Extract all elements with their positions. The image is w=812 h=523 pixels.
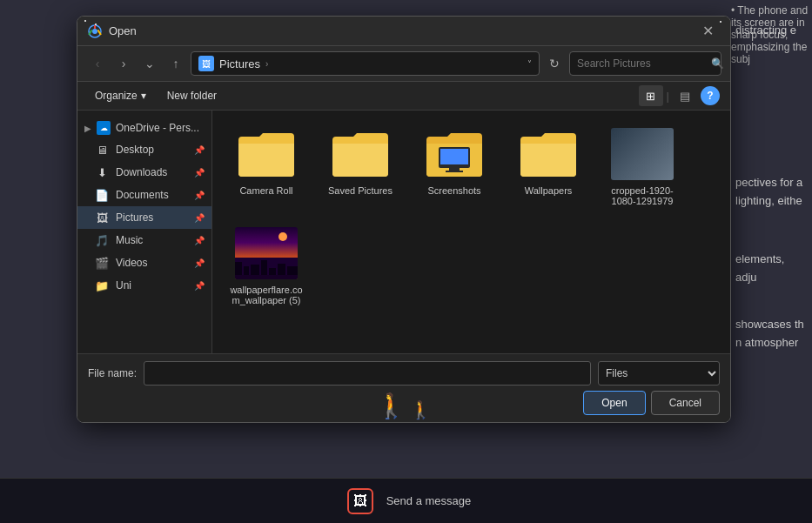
sidebar-label-downloads: Downloads: [116, 166, 167, 178]
send-message-label: Send a message: [386, 494, 472, 507]
toolbar: Organize ▾ New folder ⊞ | ▤ ?: [77, 82, 730, 111]
wallpapers-name: Wallpapers: [525, 185, 573, 196]
pin-icon-downloads: 📌: [194, 168, 205, 178]
file-item-saved-pictures[interactable]: Saved Pictures: [317, 121, 404, 213]
file-grid: Camera Roll Saved Pictures: [212, 111, 730, 353]
pictures-sidebar-icon: 🖼: [95, 211, 109, 225]
svg-rect-16: [235, 275, 298, 279]
bg-text-1: distracting e: [731, 17, 812, 44]
expand-icon: ▶: [84, 124, 91, 133]
pin-icon-music: 📌: [194, 236, 205, 245]
cropped-name: cropped-1920-1080-1291979: [604, 185, 681, 206]
help-button[interactable]: ?: [701, 86, 720, 105]
music-icon: 🎵: [95, 233, 109, 247]
bg-text-4: showcases thn atmospher: [731, 312, 812, 357]
sidebar-label-videos: Videos: [116, 257, 147, 269]
address-path: Pictures: [219, 57, 260, 70]
camera-roll-name: Camera Roll: [239, 185, 292, 196]
search-icon: 🔍: [711, 57, 724, 70]
file-item-camera-roll[interactable]: Camera Roll: [223, 121, 310, 213]
list-view-button[interactable]: ▤: [673, 85, 697, 106]
address-dropdown-arrow: ˅: [527, 59, 532, 69]
close-button[interactable]: ✕: [695, 19, 720, 44]
pin-icon-pictures: 📌: [194, 213, 205, 223]
organize-label: Organize: [95, 90, 138, 102]
file-item-cropped[interactable]: 🚶 🚶 cropped-1920-1080-1291979: [599, 121, 686, 213]
address-bar[interactable]: 🖼 Pictures › ˅: [191, 51, 540, 76]
screenshots-name: Screenshots: [427, 185, 480, 196]
taskbar-image-item[interactable]: 🖼: [341, 482, 379, 520]
file-name-label: File name:: [88, 367, 137, 379]
dropdown-button[interactable]: ⌄: [138, 52, 161, 75]
address-arrow: ›: [265, 59, 268, 69]
search-bar[interactable]: 🔍: [569, 51, 721, 76]
refresh-button[interactable]: ↻: [543, 52, 566, 75]
sidebar-item-music[interactable]: 🎵 Music 📌: [77, 229, 211, 251]
pin-icon-documents: 📌: [194, 191, 205, 200]
organize-arrow: ▾: [141, 90, 146, 102]
svg-rect-6: [440, 149, 468, 164]
uni-icon: 📁: [95, 278, 109, 292]
taskbar-image-icon-box: 🖼: [347, 488, 373, 514]
pin-icon-desktop: 📌: [194, 145, 205, 155]
file-item-wallpapers[interactable]: Wallpapers: [505, 121, 592, 213]
onedrive-label: OneDrive - Pers...: [116, 122, 199, 134]
sidebar-label-uni: Uni: [116, 279, 131, 292]
sidebar-item-documents[interactable]: 📄 Documents 📌: [77, 184, 211, 206]
file-name-row: File name: Files Image Files All Files: [88, 361, 720, 386]
sidebar-label-desktop: Desktop: [116, 144, 154, 156]
camera-roll-folder-icon: [235, 128, 298, 180]
documents-icon: 📄: [95, 188, 109, 202]
sidebar-label-pictures: Pictures: [116, 211, 153, 224]
sidebar-label-documents: Documents: [116, 189, 169, 201]
file-item-wallpaperflare[interactable]: wallpaperflare.com_wallpaper (5): [223, 220, 310, 312]
svg-rect-7: [449, 168, 460, 171]
sidebar-item-desktop[interactable]: 🖥 Desktop 📌: [77, 138, 211, 161]
desktop-icon: 🖥: [95, 143, 109, 157]
title-bar: Open ✕: [77, 17, 730, 46]
onedrive-icon: ☁: [97, 121, 111, 135]
bg-text-2: pectives for alighting, eithe: [731, 170, 812, 215]
title-bar-left: Open: [88, 24, 137, 38]
pictures-icon: 🖼: [198, 56, 214, 71]
videos-icon: 🎬: [95, 256, 109, 270]
wallpaperflare-thumbnail: [235, 227, 298, 279]
file-item-screenshots[interactable]: Screenshots: [411, 121, 498, 213]
file-name-input[interactable]: [144, 361, 591, 386]
nav-bar: ‹ › ⌄ ↑ 🖼 Pictures › ˅ ↻ 🔍: [77, 46, 730, 82]
view-buttons: ⊞ | ▤ ?: [639, 85, 720, 106]
open-button[interactable]: Open: [583, 391, 645, 415]
sidebar-item-pictures[interactable]: 🖼 Pictures 📌: [77, 206, 211, 229]
pin-icon-videos: 📌: [194, 258, 205, 268]
saved-pictures-name: Saved Pictures: [328, 185, 393, 196]
organize-button[interactable]: Organize ▾: [88, 86, 153, 105]
sidebar: ▶ ☁ OneDrive - Pers... 🖥 Desktop 📌 ⬇ Dow…: [77, 111, 212, 353]
new-folder-button[interactable]: New folder: [160, 86, 224, 105]
sidebar-label-music: Music: [116, 234, 143, 246]
screenshots-folder-icon: [423, 128, 486, 180]
view-separator: |: [667, 90, 669, 103]
wallpapers-folder-icon: [517, 128, 580, 180]
svg-rect-8: [446, 171, 463, 172]
saved-pictures-folder-icon: [329, 128, 392, 180]
pin-icon-uni: 📌: [194, 281, 205, 291]
sidebar-item-uni[interactable]: 📁 Uni 📌: [77, 274, 211, 297]
up-button[interactable]: ↑: [164, 52, 187, 75]
downloads-icon: ⬇: [95, 165, 109, 179]
wallpaperflare-name: wallpaperflare.com_wallpaper (5): [228, 285, 305, 305]
grid-view-button[interactable]: ⊞: [639, 85, 663, 106]
sidebar-item-downloads[interactable]: ⬇ Downloads 📌: [77, 161, 211, 184]
sidebar-item-videos[interactable]: 🎬 Videos 📌: [77, 251, 211, 274]
search-input[interactable]: [577, 57, 708, 70]
file-type-select[interactable]: Files Image Files All Files: [598, 361, 720, 386]
cancel-button[interactable]: Cancel: [651, 391, 720, 415]
taskbar-image-icon: 🖼: [353, 493, 367, 509]
taskbar: 🖼 Send a message: [0, 478, 812, 523]
content-area: ▶ ☁ OneDrive - Pers... 🖥 Desktop 📌 ⬇ Dow…: [77, 111, 730, 353]
back-button[interactable]: ‹: [86, 52, 109, 75]
sidebar-group-onedrive[interactable]: ▶ ☁ OneDrive - Pers...: [77, 117, 211, 138]
forward-button[interactable]: ›: [112, 52, 135, 75]
bg-text-3: elements, adju: [731, 246, 812, 292]
chrome-icon: [88, 24, 102, 38]
new-folder-label: New folder: [167, 90, 217, 102]
